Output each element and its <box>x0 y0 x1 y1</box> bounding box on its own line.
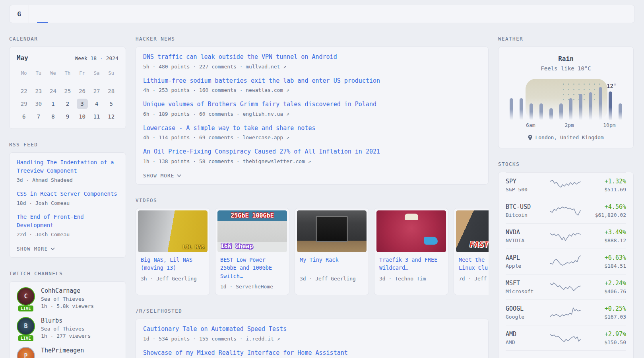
hackernews-list: DNS traffic can leak outside the VPN tun… <box>143 53 481 164</box>
stock-row[interactable]: MSFT Microsoft +2.24% $406.76 <box>506 274 626 300</box>
stock-change-percent: +2.24% <box>588 280 626 287</box>
calendar-day: 29 <box>17 97 31 110</box>
weather-bar <box>539 103 543 120</box>
stock-sparkline <box>549 305 581 319</box>
stock-row[interactable]: AAPL Apple +6.63% $184.51 <box>506 249 626 274</box>
video-thumbnail: FAST <box>456 210 489 252</box>
news-item-link[interactable]: An Oil Price-Fixing Conspiracy Caused 27… <box>143 147 481 156</box>
video-title-link[interactable]: BEST Low Power 25GbE and 100GbE Switch… <box>220 256 284 281</box>
section-title-twitch: TWITCH CHANNELS <box>9 270 126 276</box>
stock-row[interactable]: GOOGL Google +0.25% $167.03 <box>506 300 626 325</box>
reddit-item-link[interactable]: Cautionary Tale on Automated Speed Tests <box>143 325 481 334</box>
stock-change-percent: +0.25% <box>588 305 626 312</box>
news-item: DNS traffic can leak outside the VPN tun… <box>143 53 481 70</box>
stock-identity: AAPL Apple <box>506 254 542 269</box>
stock-symbol: MSFT <box>506 280 542 287</box>
stock-values: +0.25% $167.03 <box>588 305 626 320</box>
weather-bar-column <box>576 78 586 120</box>
stock-price: $511.69 <box>588 187 626 193</box>
stock-identity: SPY S&P 500 <box>506 178 542 193</box>
video-card[interactable]: LIL NAS Big NAS, Lil NAS (moving 13) 3h … <box>136 208 210 296</box>
stock-row[interactable]: SPY S&P 500 +1.32% $511.69 <box>506 172 626 198</box>
video-card[interactable]: Traefik 3 and FREE Wildcard… 3d · Techno… <box>374 208 448 296</box>
weather-time-label <box>555 122 564 128</box>
app-logo[interactable]: G <box>10 5 29 23</box>
weather-time-label <box>584 122 594 128</box>
twitch-avatar-box: B LIVE <box>17 317 35 339</box>
stock-sparkline-box <box>542 280 588 294</box>
rss-item-link[interactable]: CSS in React Server Components <box>17 190 118 198</box>
twitch-channel-name: CohhCarnage <box>41 287 94 294</box>
news-item-link[interactable]: Lithium-free sodium batteries exit the l… <box>143 76 481 86</box>
video-meta: 3d · Jeff Geerling <box>300 276 364 282</box>
weather-time-label: 10pm <box>603 122 615 128</box>
calendar-day: 10 <box>75 110 89 123</box>
news-item: Unique volumes of Brothers Grimm fairy t… <box>143 100 481 117</box>
reddit-item-link[interactable]: Showcase of my Mixed Reality Interface f… <box>143 348 481 358</box>
calendar-day: 2 <box>60 97 75 110</box>
calendar-day: 24 <box>46 85 60 97</box>
live-badge: LIVE <box>18 335 33 341</box>
video-title-link[interactable]: Big NAS, Lil NAS (moving 13) <box>141 256 205 272</box>
weather-bar-column <box>586 78 596 120</box>
hackernews-show-more-label: SHOW MORE <box>143 173 175 179</box>
stock-sparkline <box>549 280 581 294</box>
stock-change-percent: +6.63% <box>588 254 626 261</box>
rss-item-link[interactable]: Handling The Indentation of a Treeview C… <box>17 158 118 175</box>
video-card[interactable]: FAST Meet the Linux Clu 7d · Jeff Geerli… <box>454 208 489 296</box>
page-tab[interactable] <box>78 5 89 23</box>
stock-name: Microsoft <box>506 288 542 294</box>
stock-sparkline-box <box>542 229 588 243</box>
calendar-day: 4 <box>89 97 104 110</box>
stock-sparkline <box>549 356 581 358</box>
calendar-day: 28 <box>104 85 118 97</box>
news-item-link[interactable]: Lowercase - A simple way to take and sha… <box>143 124 481 133</box>
twitch-channel-row[interactable]: C LIVE CohhCarnage Sea of Thieves 1h · 5… <box>17 287 118 309</box>
page-tab[interactable] <box>99 5 110 23</box>
rss-item-link[interactable]: The End of Front-End Development <box>17 213 118 230</box>
calendar-day: 11 <box>89 110 104 123</box>
video-title-link[interactable]: My Tiny Rack <box>300 256 364 272</box>
page-tab[interactable] <box>37 5 48 23</box>
video-thumbnail <box>376 210 446 252</box>
twitch-channel-info: Blurbs Sea of Thieves 1h · 277 viewers <box>41 317 91 339</box>
weather-bar <box>599 87 602 120</box>
videos-row: LIL NAS Big NAS, Lil NAS (moving 13) 3h … <box>136 208 489 296</box>
reddit-item-meta: 1d · 534 points · 155 comments · i.redd.… <box>143 336 481 342</box>
stock-row[interactable]: AMD AMD +2.97% $150.50 <box>506 325 626 350</box>
selfhosted-section: /R/SELFHOSTED Cautionary Tale on Automat… <box>136 308 489 358</box>
weather-bar-column <box>516 78 526 120</box>
stock-row[interactable]: RDDT -1.59% <box>506 350 626 358</box>
stock-name: Google <box>506 314 542 320</box>
video-title-link[interactable]: Traefik 3 and FREE Wildcard… <box>379 256 443 272</box>
news-item-link[interactable]: Unique volumes of Brothers Grimm fairy t… <box>143 100 481 109</box>
twitch-channel-info: ThePrimeagen <box>41 347 84 358</box>
stock-sparkline-box <box>542 255 588 268</box>
stock-row[interactable]: NVDA NVIDIA +3.49% $888.12 <box>506 223 626 249</box>
weather-bar <box>520 98 523 120</box>
hackernews-show-more-button[interactable]: SHOW MORE <box>143 173 181 179</box>
calendar-year: 2024 <box>106 55 118 61</box>
rss-show-more-button[interactable]: SHOW MORE <box>17 246 55 252</box>
twitch-channel-row[interactable]: P ThePrimeagen <box>17 347 118 358</box>
weather-bar-column <box>506 78 516 120</box>
rss-item: The End of Front-End Development 22d · J… <box>17 213 118 237</box>
rss-section: RSS FEED Handling The Indentation of a T… <box>9 142 126 258</box>
thumbnail-rack-shape <box>316 216 348 242</box>
video-title-link[interactable]: Meet the Linux Clu <box>459 256 489 272</box>
weather-bar-column <box>615 78 625 120</box>
calendar-day: 9 <box>60 110 75 123</box>
video-card[interactable]: My Tiny Rack 3d · Jeff Geerling <box>295 208 369 296</box>
stock-symbol: SPY <box>506 178 542 185</box>
video-card[interactable]: 25GbE 100GbE 15W Cheap BEST Low Power 25… <box>215 208 289 296</box>
stock-values: +2.24% $406.76 <box>588 280 626 294</box>
weather-temp-label: 12° <box>607 83 617 89</box>
stock-sparkline <box>549 204 581 217</box>
page-tab[interactable] <box>58 5 69 23</box>
weather-bar <box>530 103 533 120</box>
news-item: Lithium-free sodium batteries exit the l… <box>143 76 481 93</box>
weather-bar <box>609 91 612 120</box>
stock-row[interactable]: BTC-USD Bitcoin +4.56% $61,820.02 <box>506 198 626 223</box>
news-item-link[interactable]: DNS traffic can leak outside the VPN tun… <box>143 53 481 62</box>
twitch-channel-row[interactable]: B LIVE Blurbs Sea of Thieves 1h · 277 vi… <box>17 317 118 339</box>
